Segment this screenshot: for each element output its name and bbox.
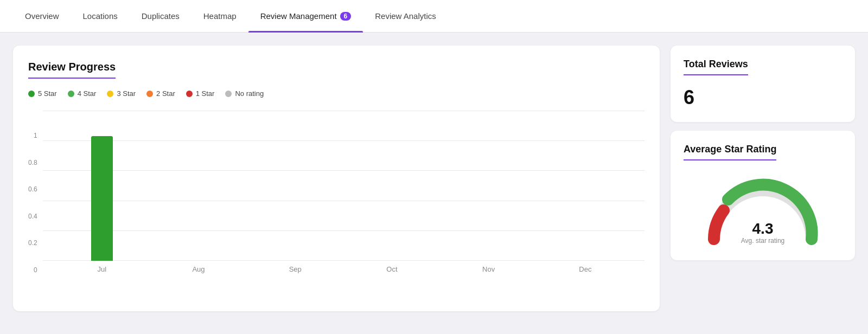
x-axis-label: Dec [537,265,634,273]
chart-inner: JulAugSepOctNovDec [43,111,644,273]
x-labels: JulAugSepOctNovDec [43,261,644,273]
nav-tab-heatmap[interactable]: Heatmap [192,0,248,33]
legend-item-4-star: 4 Star [68,89,97,98]
grid-and-bars [43,111,644,261]
nav-tab-label-duplicates: Duplicates [142,11,180,21]
bars-row [43,111,644,261]
legend-item-3-star: 3 Star [107,89,136,98]
avg-star-rating-title: Average Star Rating [684,144,776,160]
total-reviews-title: Total Reviews [684,59,748,75]
gauge-container: 4.3 Avg. star rating [684,177,842,247]
bar-col-dec [537,111,634,261]
legend: 5 Star4 Star3 Star2 Star1 StarNo rating [28,89,644,98]
nav-tabs: OverviewLocationsDuplicatesHeatmapReview… [0,0,868,33]
nav-tab-label-heatmap: Heatmap [203,11,237,21]
legend-dot [186,91,193,97]
review-progress-card: Review Progress 5 Star4 Star3 Star2 Star… [13,46,660,311]
nav-tab-label-overview: Overview [25,11,59,21]
x-axis-label: Sep [247,265,343,273]
review-progress-title: Review Progress [28,61,116,79]
bar-jul [91,136,113,261]
nav-tab-overview[interactable]: Overview [13,0,71,33]
x-axis-label: Oct [343,265,440,273]
legend-label: 3 Star [117,89,136,98]
x-axis-label: Nov [441,265,537,273]
gauge-svg: 4.3 Avg. star rating [703,177,822,247]
bar-col-oct [343,111,440,261]
legend-label: No rating [235,89,264,98]
gauge-label-text: Avg. star rating [741,237,784,245]
nav-tab-review-analytics[interactable]: Review Analytics [363,0,448,33]
legend-label: 4 Star [78,89,97,98]
legend-item-1-star: 1 Star [186,89,215,98]
nav-tab-label-locations: Locations [83,11,118,21]
y-axis-label: 0.8 [28,159,37,166]
legend-label: 2 Star [156,89,175,98]
bar-col-nov [441,111,537,261]
main-content: Review Progress 5 Star4 Star3 Star2 Star… [0,33,868,324]
chart-area: 10.80.60.40.20 JulAugSepOctNovDec [28,111,644,273]
y-axis-label: 0.2 [28,240,37,246]
y-axis-label: 0.6 [28,186,37,192]
right-cards: Total Reviews 6 Average Star Rating 4.3 … [671,46,855,260]
avg-star-rating-card: Average Star Rating 4.3 Avg. star rating [671,131,855,260]
bar-col-aug [150,111,247,261]
legend-dot [146,91,153,97]
legend-item-no-rating: No rating [225,89,264,98]
legend-label: 1 Star [196,89,215,98]
nav-tab-locations[interactable]: Locations [71,0,130,33]
legend-dot [68,91,74,97]
legend-item-5-star: 5 Star [28,89,57,98]
nav-tab-duplicates[interactable]: Duplicates [130,0,192,33]
nav-tab-badge-review-management: 6 [340,12,352,21]
gauge-value-text: 4.3 [752,220,774,237]
legend-dot [28,91,35,97]
legend-label: 5 Star [38,89,57,98]
total-reviews-card: Total Reviews 6 [671,46,855,122]
nav-tab-label-review-analytics: Review Analytics [375,11,436,21]
legend-item-2-star: 2 Star [146,89,175,98]
nav-tab-review-management[interactable]: Review Management6 [248,0,363,33]
bar-col-jul [54,111,150,261]
x-axis-label: Aug [150,265,247,273]
y-axis-label: 0.4 [28,213,37,220]
y-axis-label: 0 [28,267,37,273]
y-axis: 10.80.60.40.20 [28,132,37,273]
y-axis-label: 1 [28,132,37,139]
bar-col-sep [247,111,343,261]
nav-tab-label-review-management: Review Management [260,11,337,21]
x-axis-label: Jul [54,265,150,273]
legend-dot [107,91,113,97]
legend-dot [225,91,232,97]
total-reviews-count: 6 [684,86,842,109]
